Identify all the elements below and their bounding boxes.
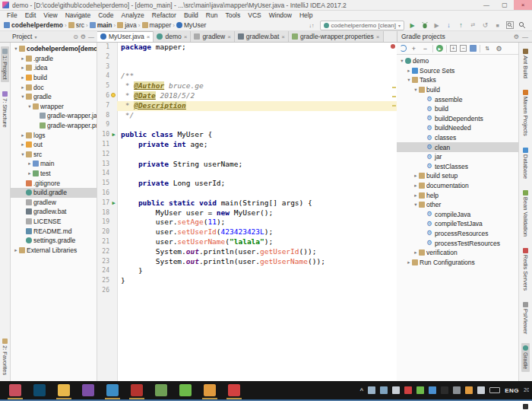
project-item-src[interactable]: ▾src: [11, 150, 97, 160]
tray-blue-icon[interactable]: [429, 386, 436, 394]
warning-stripe-mark[interactable]: [392, 87, 396, 88]
chevron-right-icon[interactable]: ▸: [27, 170, 33, 176]
code-line-13[interactable]: 13 private String userName;: [97, 160, 397, 170]
code-line-26[interactable]: 26: [97, 286, 397, 296]
chevron-right-icon[interactable]: ▸: [413, 192, 419, 199]
chevron-right-icon[interactable]: ▸: [20, 84, 26, 91]
run-button[interactable]: ▶: [408, 21, 416, 30]
code-line-12[interactable]: 12: [97, 150, 397, 160]
gradle-item-processresources[interactable]: ⚙processResources: [397, 229, 518, 239]
tab-myuser-java[interactable]: MyUser.java×: [97, 31, 154, 42]
menu-vcs[interactable]: VCS: [244, 11, 264, 20]
menu-analyze[interactable]: Analyze: [118, 11, 148, 20]
tab-demo[interactable]: demo×: [154, 31, 191, 42]
breadcrumb-mapper[interactable]: mapper: [142, 21, 172, 29]
search-icon[interactable]: [518, 21, 526, 30]
project-item-build[interactable]: ▸build: [11, 73, 97, 83]
tab-gradlew[interactable]: gradlew×: [191, 31, 234, 42]
warning-stripe-mark[interactable]: [392, 105, 396, 106]
run-task-icon[interactable]: ▶: [436, 45, 443, 52]
settings-icon[interactable]: ⚙: [495, 44, 503, 52]
menu-run[interactable]: Run: [202, 11, 222, 20]
project-item-gradle[interactable]: ▾gradle: [11, 92, 97, 102]
rr-app-icon[interactable]: [131, 384, 143, 396]
menu-edit[interactable]: Edit: [21, 11, 40, 20]
tab-gradle-wrapper-properties[interactable]: gradle-wrapper.properties×: [289, 31, 384, 42]
tray-green-icon[interactable]: [416, 386, 424, 394]
refresh-icon[interactable]: [400, 45, 407, 52]
code-line-1[interactable]: 1package mapper;: [97, 43, 397, 52]
chevron-right-icon[interactable]: ▸: [406, 259, 412, 265]
chevron-right-icon[interactable]: ▸: [20, 56, 26, 62]
tool-button-ant-build[interactable]: Ant Build: [521, 46, 530, 81]
offline-icon[interactable]: ⇅: [483, 44, 492, 52]
project-item-gradlew-bat[interactable]: gradlew.bat: [11, 207, 97, 217]
project-panel-title[interactable]: Project: [12, 33, 32, 40]
photoshop-app-icon[interactable]: [33, 384, 46, 396]
project-item-gradle-wrapper-properties[interactable]: gradle-wrapper.properties: [11, 121, 97, 131]
code-line-11[interactable]: 11 private int age;: [97, 140, 397, 150]
chevron-right-icon[interactable]: ▸: [20, 75, 26, 81]
tray-red-icon[interactable]: [404, 386, 412, 394]
maximize-button[interactable]: ▢: [496, 0, 514, 10]
gradle-item-classes[interactable]: ⚙classes: [397, 133, 518, 143]
collapse-all-icon[interactable]: −: [460, 45, 467, 52]
chevron-down-icon[interactable]: ▾: [27, 103, 33, 110]
gradle-item-source-sets[interactable]: ▸Source Sets: [397, 66, 518, 76]
project-item-logs[interactable]: ▸logs: [11, 130, 97, 140]
project-item-license[interactable]: LICENSE: [11, 217, 97, 227]
tray-gray-icon[interactable]: [453, 386, 461, 394]
chevron-right-icon[interactable]: ▸: [27, 161, 33, 167]
tray-plane-icon[interactable]: [368, 386, 375, 394]
code-line-8[interactable]: 8 */: [97, 111, 397, 121]
close-icon[interactable]: ×: [184, 33, 188, 40]
menu-window[interactable]: Window: [265, 11, 296, 20]
menu-code[interactable]: Code: [94, 11, 117, 20]
tool-button-psiviewer[interactable]: PsiViewer: [521, 300, 530, 336]
chevron-right-icon[interactable]: ▸: [20, 132, 26, 138]
gradle-item-demo[interactable]: ▾demo: [397, 56, 518, 66]
code-line-25[interactable]: 25}: [97, 276, 397, 286]
chevron-right-icon[interactable]: ▸: [413, 249, 419, 256]
vcs-commit-button[interactable]: ↑: [457, 21, 465, 30]
run-arrow-icon[interactable]: ▶: [110, 199, 117, 208]
tray-network-icon[interactable]: [380, 386, 388, 394]
chevron-right-icon[interactable]: ▸: [413, 173, 419, 179]
vcs-update-button[interactable]: ↓: [445, 21, 453, 30]
chevron-right-icon[interactable]: ▸: [20, 65, 26, 71]
project-item-build-gradle[interactable]: build.gradle: [11, 188, 97, 198]
code-line-14[interactable]: 14: [97, 169, 397, 179]
chevron-right-icon[interactable]: ▸: [406, 68, 412, 74]
project-item-idea[interactable]: ▸.idea: [11, 63, 97, 73]
tool-button-maven-projects[interactable]: Maven Projects: [521, 87, 530, 138]
gradle-item-jar[interactable]: ⚙jar: [397, 152, 518, 162]
breadcrumb-codehelperdemo[interactable]: codehelperdemo: [4, 21, 63, 29]
volume-icon[interactable]: [477, 386, 485, 394]
project-item-external-libraries[interactable]: ▸External Libraries: [11, 245, 97, 255]
project-item-test[interactable]: ▸test: [11, 169, 97, 179]
minimize-button[interactable]: —: [477, 0, 496, 10]
add-icon[interactable]: +: [410, 44, 418, 52]
chevron-down-icon[interactable]: ▾: [413, 202, 419, 208]
project-item-doc[interactable]: ▸doc: [11, 82, 97, 92]
hide-panel-icon[interactable]: —: [88, 33, 94, 40]
gradle-item-tasks[interactable]: ▾Tasks: [397, 75, 518, 85]
code-line-5[interactable]: 5 * @Author bruce.ge: [97, 81, 397, 91]
gradle-item-compilejava[interactable]: ⚙compileJava: [397, 210, 518, 220]
code-line-24[interactable]: 24 }: [97, 266, 397, 276]
project-item-gradle-wrapper-jar[interactable]: gradle-wrapper.jar: [11, 111, 97, 121]
tool-button-1-project[interactable]: 1: Project: [1, 46, 9, 82]
close-icon[interactable]: ×: [147, 33, 150, 40]
code-line-4[interactable]: 4/**: [97, 72, 397, 81]
gradle-item-build[interactable]: ⚙build: [397, 104, 518, 114]
gradle-item-build-setup[interactable]: ▸build setup: [397, 171, 518, 181]
chevron-down-icon[interactable]: ▾: [20, 151, 26, 157]
project-item-gitignore[interactable]: .gitignore: [11, 178, 97, 188]
code-line-3[interactable]: 3: [97, 62, 397, 72]
chevron-down-icon[interactable]: ▾: [413, 87, 419, 93]
tool-button-gradle[interactable]: Gradle: [521, 343, 530, 372]
project-item-codehelperdemo[interactable]: ▾codehelperdemo [demo]: [11, 44, 97, 54]
breadcrumb-src[interactable]: src: [68, 21, 84, 29]
menu-refactor[interactable]: Refactor: [148, 11, 180, 20]
menu-file[interactable]: File: [3, 11, 21, 20]
